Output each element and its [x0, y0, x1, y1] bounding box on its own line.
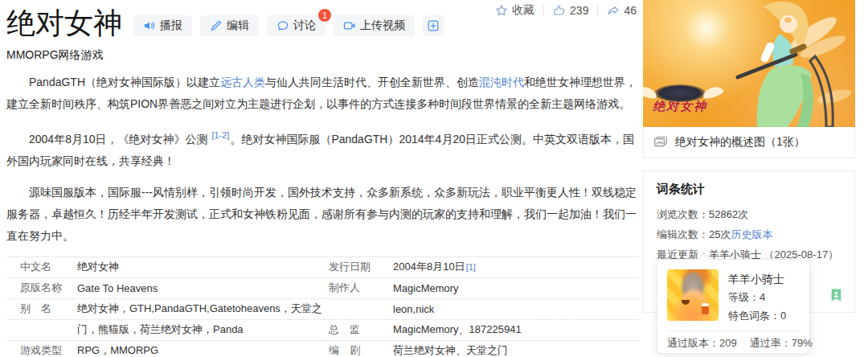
article-paragraphs: PandaGTH（绝对女神国际版）以建立远古人类与仙人共同生活时代、开创全新世界… — [6, 72, 638, 247]
like-count: 239 — [570, 4, 588, 17]
user-featured-row: 特色词条：0 — [728, 306, 786, 325]
infobox-value: 绝对女神 — [77, 260, 119, 274]
entry-title: 绝对女神 — [6, 5, 122, 42]
stats-rows: 浏览次数：52862次编辑次数：25次历史版本最近更新：羊羊小骑士 （2025-… — [657, 204, 841, 265]
page-toolbar: 收藏 239 46 — [495, 3, 637, 18]
stat-value: 25次 — [709, 228, 731, 240]
inline-link[interactable]: 混沌时代 — [479, 76, 524, 88]
infobox-value: 2004年8月10日 — [393, 260, 465, 274]
plus-box-icon — [427, 19, 440, 32]
featured-label: 特色词条： — [728, 310, 780, 322]
star-icon — [495, 4, 508, 17]
paragraph: 2004年8月10日，《绝对女神》公测 [1-2]。绝对女神国际服（PandaG… — [6, 125, 638, 172]
user-avatar[interactable] — [667, 269, 719, 321]
infobox-value: 绝对女神，GTH,PandaGTH,Gatetoheavens，天堂之 — [77, 302, 322, 316]
thumb-up-icon — [553, 4, 566, 17]
action-label: 上传视频 — [360, 18, 405, 33]
user-card-tooltip: 羊羊小骑士 等级：4 特色词条：0 通过版本：209 通过率：79% — [657, 259, 810, 354]
user-level-row: 等级：4 — [728, 288, 786, 306]
hero-image[interactable]: 绝对女神 — [643, 0, 855, 127]
infobox-label: 原版名称 — [6, 281, 77, 295]
action-label: 讨论 — [293, 18, 316, 33]
header-actions: 播报编辑讨论1上传视频 — [133, 15, 444, 36]
infobox-col-right: 发行日期2004年8月10日[1]制作人MagicMemoryleon,nick… — [322, 257, 638, 357]
overview-album-link[interactable]: 绝对女神的概述图（1张） — [643, 127, 855, 158]
broadcast-button[interactable]: 播报 — [133, 15, 192, 36]
infobox-label: 中文名 — [6, 260, 77, 274]
user-name[interactable]: 羊羊小骑士 — [728, 270, 786, 288]
action-label: 播报 — [160, 18, 182, 33]
level-value: 4 — [760, 291, 765, 303]
passed-value: 209 — [719, 337, 737, 349]
text-segment: 与仙人共同生活时代、开创全新世界、创造 — [265, 76, 479, 88]
text-segment: 2004年8月10日，《绝对女神》公测 — [29, 133, 211, 146]
featured-value: 0 — [780, 310, 786, 322]
level-label: 等级： — [728, 291, 760, 303]
pencil-icon — [210, 19, 223, 32]
inline-link[interactable]: 远古人类 — [220, 76, 265, 88]
stat-row: 浏览次数：52862次 — [657, 204, 841, 224]
infobox-row: 发行日期2004年8月10日[1] — [322, 257, 638, 278]
main-content: 绝对女神 播报编辑讨论1上传视频 MMORPG网络游戏 PandaGTH（绝对女… — [6, 0, 638, 357]
game-logo: 绝对女神 — [653, 84, 707, 114]
certified-badge-icon — [829, 287, 843, 303]
upload-video-button[interactable]: 上传视频 — [334, 15, 415, 36]
infobox-label: 别 名 — [6, 302, 77, 316]
favorite-button[interactable]: 收藏 — [495, 3, 534, 18]
infobox-row: 原版名称Gate To Heavens — [6, 278, 322, 299]
infobox-row: 总 监MagicMemory、187225941 — [322, 320, 638, 341]
favorite-label: 收藏 — [512, 3, 534, 18]
text-segment: 源味国服版本，国际服---风情别样，引领时尚开发，国外技术支持，众多新系统，众多… — [6, 186, 637, 242]
history-versions-link[interactable]: 历史版本 — [731, 228, 772, 240]
reference-link[interactable]: [1-2] — [211, 130, 229, 140]
infobox-value: MagicMemory — [393, 282, 459, 294]
infobox-row: 中文名绝对女神 — [6, 257, 322, 278]
paragraph: PandaGTH（绝对女神国际版）以建立远古人类与仙人共同生活时代、开创全新世界… — [6, 72, 638, 115]
stat-row: 编辑次数：25次历史版本 — [657, 224, 841, 244]
infobox-col-left: 中文名绝对女神原版名称Gate To Heavens别 名绝对女神，GTH,Pa… — [6, 257, 322, 357]
chat-icon — [276, 19, 289, 32]
rate-value: 79% — [792, 337, 813, 349]
stat-label: 编辑次数： — [657, 228, 709, 240]
like-button[interactable]: 239 — [553, 4, 588, 17]
gallery-icon — [653, 135, 668, 150]
infobox-value: 门，熊猫版，荷兰绝对女神，Panda — [77, 322, 244, 337]
action-label: 编辑 — [227, 18, 249, 33]
infobox-value: leon,nick — [393, 303, 434, 315]
share-button[interactable]: 46 — [607, 4, 637, 17]
infobox-row: 制作人MagicMemory — [322, 278, 638, 299]
entry-subtitle: MMORPG网络游戏 — [6, 48, 638, 63]
album-caption: 绝对女神的概述图（1张） — [675, 135, 805, 150]
infobox-label: 编 剧 — [322, 343, 393, 357]
logo-emblem — [654, 84, 706, 102]
infobox-row: 编 剧荷兰绝对女神、天堂之门 — [322, 341, 638, 357]
stat-label: 浏览次数： — [657, 208, 709, 220]
reference-link[interactable]: [1] — [466, 262, 476, 272]
stats-title: 词条统计 — [657, 182, 841, 197]
infobox-row: leon,nick — [322, 299, 638, 320]
pass-rate: 通过率：79% — [750, 331, 813, 355]
add-button[interactable] — [423, 15, 444, 36]
infobox-label: 制作人 — [322, 281, 393, 295]
rate-label: 通过率： — [750, 337, 792, 349]
share-icon — [607, 4, 620, 17]
infobox-label: 发行日期 — [322, 260, 393, 274]
infobox-value: Gate To Heavens — [77, 282, 158, 294]
stat-value: 52862次 — [709, 208, 748, 220]
passed-label: 通过版本： — [667, 337, 719, 349]
text-segment: PandaGTH（绝对女神国际版）以建立 — [29, 76, 220, 88]
paragraph: 源味国服版本，国际服---风情别样，引领时尚开发，国外技术支持，众多新系统，众多… — [6, 182, 638, 247]
infobox-row: 门，熊猫版，荷兰绝对女神，Panda — [6, 320, 322, 341]
discuss-button[interactable]: 讨论1 — [267, 15, 326, 36]
edit-button[interactable]: 编辑 — [200, 15, 259, 36]
infobox-label: 总 监 — [322, 322, 393, 337]
infobox: 中文名绝对女神原版名称Gate To Heavens别 名绝对女神，GTH,Pa… — [6, 256, 638, 357]
infobox-value: MagicMemory、187225941 — [393, 322, 522, 337]
divider — [543, 5, 544, 16]
infobox-row: 别 名绝对女神，GTH,PandaGTH,Gatetoheavens，天堂之 — [6, 299, 322, 320]
video-icon — [343, 19, 356, 32]
infobox-value: 荷兰绝对女神、天堂之门 — [393, 343, 508, 357]
infobox-value: RPG，MMORPG — [77, 343, 158, 357]
passed-versions: 通过版本：209 — [667, 331, 737, 355]
share-count: 46 — [624, 4, 637, 17]
